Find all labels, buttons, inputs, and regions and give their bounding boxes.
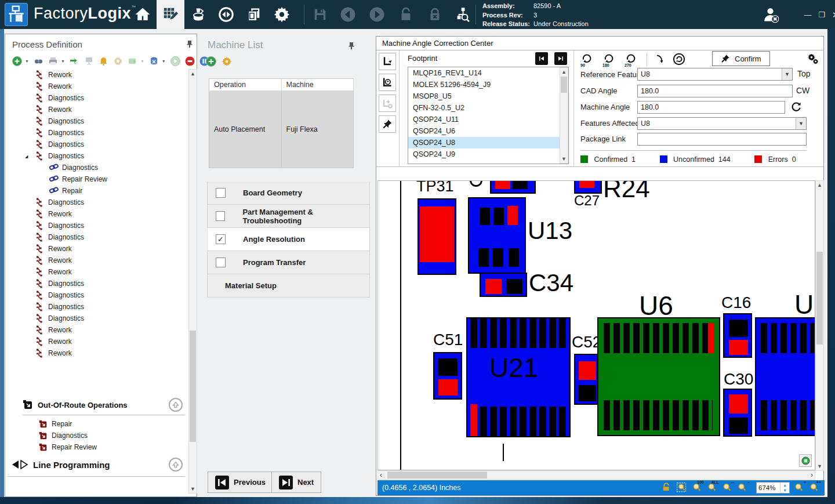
rotate-footprint-button[interactable] (379, 53, 396, 70)
out-of-route-item[interactable]: Repair (39, 418, 97, 430)
delete-icon[interactable] (149, 56, 159, 66)
component-top-edge[interactable] (490, 180, 536, 194)
component-c51[interactable] (433, 352, 462, 400)
out-of-route-header[interactable]: Out-Of-Route Operations (23, 400, 128, 410)
add-operation-icon[interactable] (12, 56, 22, 66)
machine-settings-icon[interactable] (222, 56, 232, 69)
print-icon[interactable] (48, 56, 58, 66)
out-of-route-item[interactable]: Repair Review (39, 441, 97, 453)
footprint-item[interactable]: QSOP24_U6 (408, 125, 560, 137)
layers-button[interactable] (799, 454, 812, 467)
pcb-vertical-scrollbar[interactable]: ▲ ▼ (815, 180, 824, 471)
reference-feature-combo[interactable]: U8▼ (637, 68, 793, 81)
component-c34[interactable] (480, 273, 527, 297)
reroute-icon[interactable] (70, 56, 79, 66)
features-affected-combo[interactable]: U8▼ (637, 117, 807, 130)
pin-icon[interactable] (348, 42, 355, 52)
pcb-horizontal-scrollbar[interactable]: ‹ › (377, 470, 815, 480)
first-footprint-button[interactable] (535, 52, 548, 65)
save-icon[interactable] (306, 0, 334, 29)
user-logout-icon[interactable] (761, 5, 782, 28)
footprint-item[interactable]: QSOP24_U11 (408, 114, 560, 125)
stop-icon[interactable] (185, 56, 195, 66)
tree-item[interactable]: ◢ Diagnostics (8, 92, 187, 104)
tree-item[interactable]: ◢ Diagnostics (8, 301, 187, 313)
footprint-item[interactable]: QSOP24_U8 (408, 137, 560, 148)
footprint-scrollbar[interactable]: ▲ ▼ (560, 67, 568, 164)
collapse-line-programming-icon[interactable] (169, 458, 183, 472)
pin-view-button[interactable] (379, 115, 396, 133)
tree-item[interactable]: ◢ Diagnostics (8, 289, 187, 301)
feeder-setup-icon[interactable] (184, 0, 212, 29)
column-header-operation[interactable]: Operation (209, 79, 282, 91)
wizard-step[interactable]: ✓ Program Transfer (207, 251, 370, 274)
tree-item[interactable]: ◢ Rework (8, 255, 187, 266)
component-u21[interactable]: U21 (466, 317, 571, 437)
tree-item[interactable]: ◢ Diagnostics (8, 313, 187, 324)
tree-item[interactable]: ◢ Repair (8, 185, 187, 197)
tree-item[interactable]: ◢ Diagnostics (8, 115, 187, 127)
tree-item[interactable]: ◢ Diagnostics (8, 150, 187, 162)
zoom-all-icon[interactable]: ALL (706, 482, 718, 494)
rotate-270-icon[interactable]: 270 (625, 53, 640, 67)
rotate-90-icon[interactable]: 90 (580, 53, 596, 67)
component-u13[interactable] (468, 197, 526, 274)
component-tp31[interactable] (418, 198, 456, 275)
zoom-in-icon[interactable]: + (793, 482, 805, 494)
process-audit-icon[interactable] (449, 0, 477, 29)
component-u-right[interactable] (755, 317, 815, 436)
auto-rotate-icon[interactable] (673, 53, 685, 68)
step-checkbox[interactable]: ✓ (216, 258, 226, 267)
tree-item[interactable]: ◢ Rework (8, 266, 187, 278)
tree-item[interactable]: ◢ Diagnostics (8, 127, 187, 139)
component-c27[interactable] (574, 180, 602, 194)
footprint-item[interactable]: MSOP8_U5 (408, 90, 560, 102)
apply-rotation-icon[interactable] (654, 53, 666, 68)
tree-item[interactable]: ◢ Diagnostics (8, 162, 187, 173)
tree-item[interactable]: ◢ Diagnostics (8, 231, 187, 243)
machine-angle-input[interactable] (637, 101, 785, 114)
wizard-step[interactable]: ✓ Part Management & Troubleshooting (207, 205, 370, 228)
add-dropdown-caret[interactable]: ▼ (25, 59, 29, 63)
pcb-viewer[interactable]: TP31 U13 C34 C27 R24 C51 (377, 180, 815, 470)
zoom-100-icon[interactable]: 100 (691, 482, 703, 494)
maximize-button[interactable]: ❒ (815, 9, 828, 21)
package-link-input[interactable] (637, 133, 807, 146)
tree-item[interactable]: ◢ Diagnostics (8, 278, 187, 289)
footprint-item[interactable]: MLQP16_REV1_U14 (408, 67, 560, 79)
process-editor-icon[interactable] (157, 0, 184, 29)
zoom-out-fast-icon[interactable]: -- (721, 482, 733, 494)
zoom-window-icon[interactable] (676, 482, 688, 494)
component-c16[interactable] (723, 313, 752, 358)
line-programming-header[interactable]: Line Programming (11, 459, 110, 470)
step-checkbox[interactable]: ✓ (216, 234, 226, 244)
notify-icon[interactable] (99, 56, 108, 66)
column-header-machine[interactable]: Machine (281, 79, 354, 91)
confirm-button[interactable]: Confirm (712, 51, 770, 66)
tree-item[interactable]: ◢ Rework (8, 324, 187, 336)
zoom-out-icon[interactable]: - (736, 482, 748, 494)
settings-gears-icon[interactable] (807, 53, 819, 67)
tree-item[interactable]: ◢ Diagnostics (8, 220, 187, 231)
unlock-icon[interactable] (392, 0, 420, 29)
close-button[interactable]: ✕ (829, 9, 835, 21)
undo-icon[interactable] (334, 0, 362, 29)
tree-scrollbar[interactable]: ▲ ▼ (188, 69, 197, 494)
refresh-angle-icon[interactable] (790, 101, 802, 115)
find-icon[interactable] (34, 56, 43, 66)
tree-item[interactable]: ◢ Rework (8, 336, 187, 347)
home-icon[interactable] (129, 0, 157, 29)
tree-item[interactable]: ◢ Rework (8, 208, 187, 220)
tree-item[interactable]: ◢ Rework (8, 69, 187, 81)
footprint-item[interactable]: QSOP24_U9 (408, 148, 560, 160)
settings-gear-icon[interactable] (268, 0, 296, 29)
rotate-180-icon[interactable]: 180 (602, 53, 618, 67)
wizard-step[interactable]: ✓ Board Geometry (207, 182, 370, 205)
add-machine-icon[interactable] (206, 56, 216, 69)
zoom-level-input[interactable] (757, 483, 780, 493)
minimize-button[interactable]: — (801, 9, 814, 21)
tree-item[interactable]: ◢ Rework (8, 347, 187, 359)
expander-icon[interactable]: ◢ (25, 154, 28, 159)
pin-icon[interactable] (186, 40, 193, 50)
tree-item[interactable]: ◢ Rework (8, 81, 187, 92)
